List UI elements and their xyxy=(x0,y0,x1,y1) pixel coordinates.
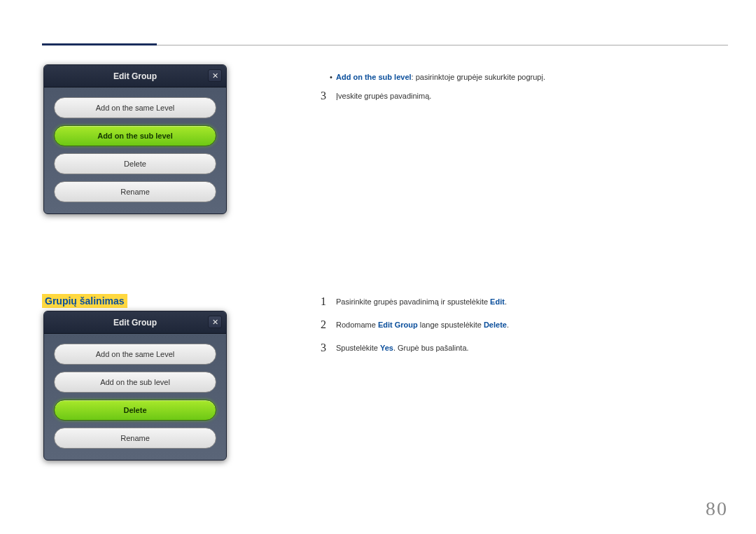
step-row-3: 3 Spustelėkite Yes. Grupė bus pašalinta. xyxy=(321,342,469,354)
step-number: 2 xyxy=(321,318,336,331)
button-label: Rename xyxy=(120,434,150,442)
step-part: . xyxy=(507,321,509,329)
close-button[interactable]: ✕ xyxy=(208,316,222,328)
header-divider-accent xyxy=(42,43,157,45)
bullet-item: • Add on the sub level: pasirinktoje gru… xyxy=(326,73,545,81)
rename-button[interactable]: Rename xyxy=(54,181,216,202)
button-label: Add on the same Level xyxy=(96,104,175,112)
bullet-dot-icon: • xyxy=(326,73,336,81)
step-row-2: 2 Rodomame Edit Group lange spustelėkite… xyxy=(321,318,509,331)
close-icon: ✕ xyxy=(212,318,218,327)
button-label: Add on the sub level xyxy=(97,132,173,140)
step-part: Spustelėkite xyxy=(336,344,380,352)
step-number: 3 xyxy=(321,342,336,354)
button-label: Rename xyxy=(120,188,150,196)
add-same-level-button[interactable]: Add on the same Level xyxy=(54,97,216,118)
add-same-level-button[interactable]: Add on the same Level xyxy=(54,344,216,365)
step-em: Edit Group xyxy=(378,321,418,329)
step-text: Pasirinkite grupės pavadinimą ir spustel… xyxy=(336,297,507,306)
step-part: lange spustelėkite xyxy=(418,321,484,329)
bullet-rest: : pasirinktoje grupėje sukurkite pogrupį… xyxy=(412,73,545,81)
step-text: Rodomame Edit Group lange spustelėkite D… xyxy=(336,321,509,329)
button-label: Add on the sub level xyxy=(100,378,170,386)
button-label: Delete xyxy=(124,160,146,168)
step-em: Delete xyxy=(484,321,507,329)
add-sub-level-button[interactable]: Add on the sub level xyxy=(54,372,216,393)
delete-button[interactable]: Delete xyxy=(54,153,216,174)
step-part: . xyxy=(505,297,507,306)
delete-button[interactable]: Delete xyxy=(54,400,216,421)
rename-button[interactable]: Rename xyxy=(54,428,216,449)
edit-group-dialog-2: Edit Group ✕ Add on the same Level Add o… xyxy=(43,311,227,461)
page-number: 80 xyxy=(706,498,728,520)
step-row-1: 1 Pasirinkite grupės pavadinimą ir spust… xyxy=(321,295,507,308)
step-part: . Grupė bus pašalinta. xyxy=(393,344,469,352)
dialog-title: Edit Group xyxy=(113,71,157,81)
dialog-body: Add on the same Level Add on the sub lev… xyxy=(44,334,226,451)
section-heading: Grupių šalinimas xyxy=(42,294,127,308)
step-part: Pasirinkite grupės pavadinimą ir spustel… xyxy=(336,297,490,306)
step-em: Edit xyxy=(490,297,505,306)
edit-group-dialog-1: Edit Group ✕ Add on the same Level Add o… xyxy=(43,64,227,214)
close-button[interactable]: ✕ xyxy=(208,69,222,82)
button-label: Delete xyxy=(123,406,146,414)
step-number: 3 xyxy=(321,90,336,102)
bullet-em: Add on the sub level xyxy=(336,73,412,81)
header-divider-line xyxy=(157,45,728,45)
dialog-body: Add on the same Level Add on the sub lev… xyxy=(44,87,226,205)
step-em: Yes xyxy=(380,344,393,352)
close-icon: ✕ xyxy=(212,71,218,80)
step-text: Spustelėkite Yes. Grupė bus pašalinta. xyxy=(336,344,469,352)
dialog-header: Edit Group ✕ xyxy=(44,311,226,334)
step-text: Įveskite grupės pavadinimą. xyxy=(336,92,431,100)
heading-label: Grupių šalinimas xyxy=(45,295,125,307)
step-part: Rodomame xyxy=(336,321,378,329)
step-number: 1 xyxy=(321,295,336,308)
step-row-top-3: 3 Įveskite grupės pavadinimą. xyxy=(321,90,431,102)
dialog-header: Edit Group ✕ xyxy=(44,65,226,87)
button-label: Add on the same Level xyxy=(96,350,175,358)
dialog-title: Edit Group xyxy=(113,318,157,328)
add-sub-level-button[interactable]: Add on the sub level xyxy=(54,125,216,146)
bullet-text: Add on the sub level: pasirinktoje grupė… xyxy=(336,73,545,81)
